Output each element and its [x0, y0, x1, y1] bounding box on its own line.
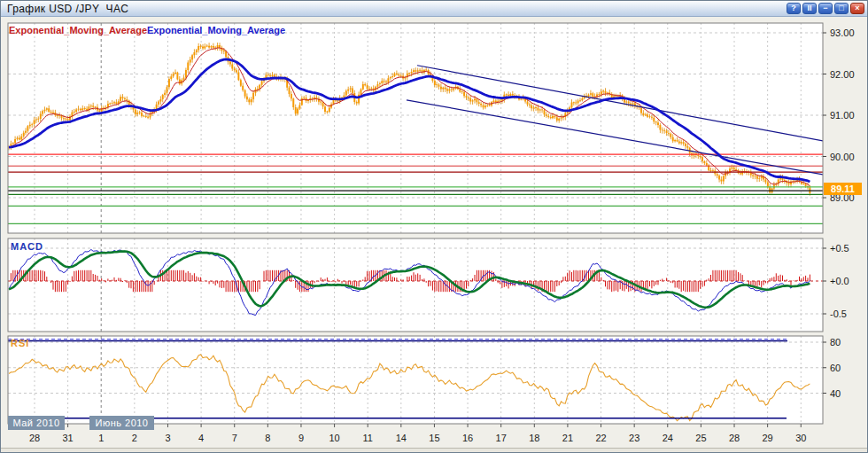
svg-text:16: 16 [462, 433, 473, 443]
svg-text:30: 30 [795, 433, 806, 443]
macd-label: MACD [11, 241, 43, 252]
svg-text:8: 8 [265, 433, 270, 443]
svg-text:2: 2 [132, 433, 137, 443]
svg-text:91.00: 91.00 [830, 110, 855, 121]
svg-text:60: 60 [830, 363, 841, 373]
svg-text:+0.5: +0.5 [830, 243, 849, 254]
svg-text:3: 3 [165, 433, 170, 443]
svg-text:28: 28 [729, 433, 740, 443]
ema-slow-label: Exponential_Moving_Average [147, 25, 285, 35]
pause-button[interactable]: II [802, 3, 817, 14]
chart-window: График USD /JPY ЧАС ? II − □ × 93.0092.0… [0, 0, 868, 453]
help-button[interactable]: ? [787, 3, 801, 14]
svg-text:18: 18 [529, 433, 539, 443]
svg-text:93.00: 93.00 [830, 27, 855, 38]
maximize-button[interactable]: □ [834, 3, 849, 14]
svg-text:40: 40 [830, 388, 841, 399]
svg-text:25: 25 [695, 433, 706, 443]
svg-text:21: 21 [562, 433, 573, 443]
svg-text:24: 24 [663, 433, 673, 443]
svg-text:10: 10 [329, 433, 339, 443]
svg-text:90.00: 90.00 [830, 152, 855, 162]
chart-canvas[interactable]: 93.0092.0091.0090.0089.00+0.5+0.0-0.5806… [1, 1, 868, 453]
month-marker-may: Май 2010 [8, 416, 65, 430]
svg-text:23: 23 [629, 433, 639, 443]
month-marker-june: Июнь 2010 [89, 416, 154, 430]
rsi-label: RSI [11, 338, 29, 348]
minimize-button[interactable]: − [818, 3, 833, 14]
svg-text:31: 31 [62, 433, 73, 443]
svg-text:92.00: 92.00 [830, 69, 855, 80]
window-controls: ? II − □ × [787, 3, 864, 14]
svg-text:7: 7 [232, 433, 237, 443]
svg-text:1: 1 [98, 433, 104, 443]
titlebar[interactable]: График USD /JPY ЧАС [1, 1, 867, 17]
svg-text:28: 28 [29, 433, 40, 443]
ema-fast-label: Exponential_Moving_Average [9, 25, 147, 35]
svg-text:14: 14 [396, 433, 407, 443]
svg-text:29: 29 [763, 433, 773, 443]
svg-text:11: 11 [362, 433, 372, 443]
last-price-tag: 89.11 [824, 183, 862, 195]
svg-text:22: 22 [595, 433, 606, 443]
svg-text:17: 17 [496, 433, 507, 443]
svg-text:-0.5: -0.5 [830, 309, 847, 319]
close-button[interactable]: × [850, 3, 864, 14]
window-title: График USD /JPY ЧАС [1, 3, 128, 15]
svg-text:+0.0: +0.0 [830, 276, 849, 286]
svg-text:80: 80 [830, 337, 841, 348]
svg-text:4: 4 [198, 433, 204, 443]
svg-text:15: 15 [429, 433, 439, 443]
svg-text:9: 9 [298, 433, 304, 443]
